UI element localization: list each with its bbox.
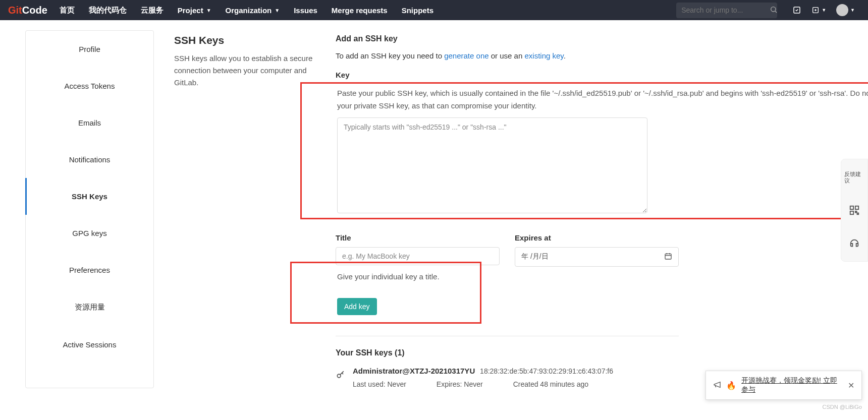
help-text-1: To add an SSH key you need to <box>336 51 444 60</box>
nav-merge-requests[interactable]: Merge requests <box>332 6 388 15</box>
nav-snippets[interactable]: Snippets <box>402 6 433 15</box>
title-expires-row: Title Expires at 年 /月/日 <box>336 229 679 267</box>
plus-icon[interactable]: ▼ <box>811 6 826 14</box>
top-navbar: GitCode 首页 我的代码仓 云服务 Project ▼ Organizat… <box>0 0 868 20</box>
highlight-box-key: Paste your public SSH key, which is usua… <box>300 82 868 219</box>
key-fingerprint: 18:28:32:de:5b:47:93:02:29:91:c6:43:07:f… <box>480 367 613 375</box>
announce-icon <box>713 381 721 390</box>
sidebar-item-notifications[interactable]: Notifications <box>26 141 153 178</box>
expires-label: Expires at <box>515 233 679 242</box>
intro-column: SSH Keys SSH keys allow you to establish… <box>174 34 315 388</box>
support-button[interactable] <box>844 229 864 258</box>
svg-rect-11 <box>850 206 853 209</box>
key-textarea[interactable] <box>337 117 647 213</box>
form-column: Add an SSH key To add an SSH key you nee… <box>336 34 848 388</box>
key-title[interactable]: Administrator@XTZJ-20210317YU <box>353 367 475 375</box>
svg-rect-15 <box>857 213 859 214</box>
highlight-box-addkey: Give your individual key a title. Add ke… <box>290 262 481 324</box>
chevron-down-icon: ▼ <box>206 8 211 13</box>
title-hint: Give your individual key a title. <box>337 270 440 283</box>
nav-cloud[interactable]: 云服务 <box>141 6 164 15</box>
page-container: Profile Access Tokens Emails Notificatio… <box>0 20 868 398</box>
existing-key-link[interactable]: existing key <box>524 51 563 60</box>
add-key-heading: Add an SSH key <box>336 34 848 43</box>
calendar-icon <box>664 252 672 262</box>
page-description: SSH keys allow you to establish a secure… <box>174 52 315 89</box>
add-key-button[interactable]: Add key <box>337 298 377 315</box>
logo[interactable]: GitCode <box>8 5 47 16</box>
separator <box>336 336 679 336</box>
promo-message[interactable]: 开源挑战赛，领现金奖励! 立即参与 <box>741 376 843 394</box>
fire-icon: 🔥 <box>726 381 736 390</box>
page-title: SSH Keys <box>174 34 315 46</box>
key-label: Key <box>336 71 848 79</box>
expires-placeholder: 年 /月/日 <box>521 252 549 261</box>
user-menu[interactable]: ▼ <box>836 4 855 16</box>
sidebar-item-access-tokens[interactable]: Access Tokens <box>26 68 153 104</box>
chevron-down-icon: ▼ <box>850 8 855 13</box>
todos-icon[interactable] <box>792 6 801 15</box>
right-rail: 反馈建议 <box>841 159 868 262</box>
nav-org-label: Organization <box>226 6 272 15</box>
your-keys-heading: Your SSH keys (1) <box>336 348 848 357</box>
main-content: SSH Keys SSH keys allow you to establish… <box>174 30 848 388</box>
svg-rect-13 <box>850 211 853 214</box>
svg-rect-12 <box>855 206 858 209</box>
search-box[interactable] <box>676 3 777 18</box>
sidebar-item-active-sessions[interactable]: Active Sessions <box>26 326 153 363</box>
key-icon <box>336 370 346 382</box>
feedback-label: 反馈建议 <box>844 171 864 183</box>
nav-links: 首页 我的代码仓 云服务 Project ▼ Organization ▼ Is… <box>60 6 433 15</box>
nav-home[interactable]: 首页 <box>60 6 75 15</box>
nav-issues[interactable]: Issues <box>294 6 317 15</box>
sidebar-item-emails[interactable]: Emails <box>26 104 153 141</box>
key-last-used: Last used: Never <box>353 380 406 388</box>
help-text-3: . <box>564 51 566 60</box>
search-icon[interactable] <box>770 6 778 15</box>
key-hint: Paste your public SSH key, which is usua… <box>337 87 868 112</box>
avatar <box>836 4 848 16</box>
chevron-down-icon: ▼ <box>275 8 280 13</box>
search-input[interactable] <box>681 6 770 14</box>
chevron-down-icon: ▼ <box>822 8 826 13</box>
nav-project-label: Project <box>178 6 203 15</box>
qrcode-button[interactable] <box>844 196 864 225</box>
title-label: Title <box>336 233 500 242</box>
feedback-button[interactable]: 反馈建议 <box>844 162 864 192</box>
svg-point-0 <box>771 7 776 11</box>
sidebar-item-profile[interactable]: Profile <box>26 31 153 68</box>
add-key-help: To add an SSH key you need to generate o… <box>336 49 848 63</box>
svg-line-1 <box>775 11 777 13</box>
nav-project[interactable]: Project ▼ <box>178 6 211 15</box>
sidebar-item-usage[interactable]: 资源用量 <box>26 288 153 326</box>
svg-rect-6 <box>665 254 671 259</box>
svg-rect-14 <box>855 211 857 212</box>
nav-myrepo[interactable]: 我的代码仓 <box>89 6 127 15</box>
sidebar-item-ssh-keys[interactable]: SSH Keys <box>26 178 153 215</box>
promo-notification: 🔥 开源挑战赛，领现金奖励! 立即参与 ✕ <box>706 371 862 398</box>
key-created: Created 48 minutes ago <box>513 380 588 388</box>
sidebar-item-preferences[interactable]: Preferences <box>26 252 153 288</box>
close-icon[interactable]: ✕ <box>848 381 854 390</box>
settings-sidebar: Profile Access Tokens Emails Notificatio… <box>25 30 154 388</box>
key-expires: Expires: Never <box>437 380 483 388</box>
nav-organization[interactable]: Organization ▼ <box>226 6 280 15</box>
logo-code: Code <box>22 5 47 16</box>
generate-one-link[interactable]: generate one <box>444 51 489 60</box>
sidebar-item-gpg-keys[interactable]: GPG keys <box>26 215 153 252</box>
logo-git: Git <box>8 5 22 16</box>
help-text-2: or use an <box>489 51 525 60</box>
expires-input[interactable]: 年 /月/日 <box>515 247 679 267</box>
